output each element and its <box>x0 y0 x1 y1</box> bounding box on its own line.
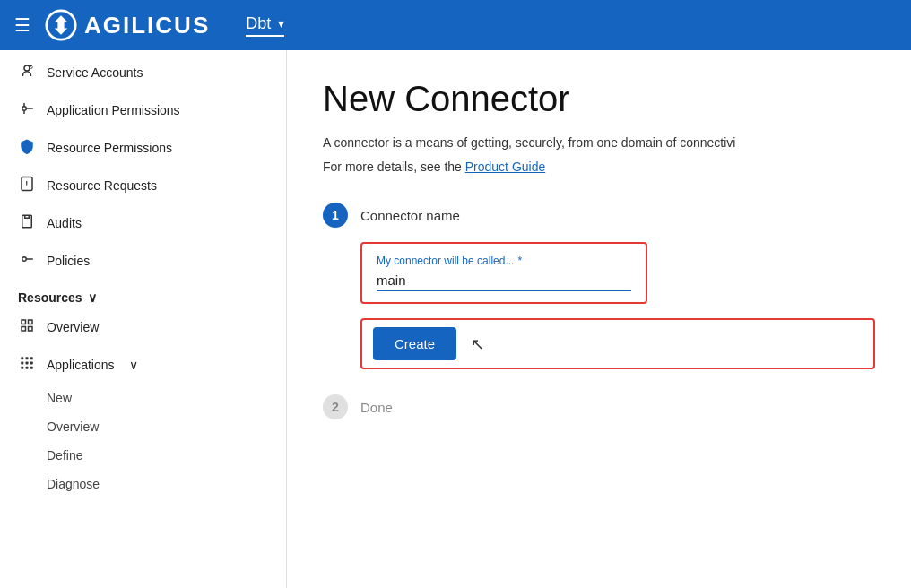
sidebar-sub-item-diagnose-label: Diagnose <box>47 477 100 491</box>
connector-name-input-box: My connector will be called... * <box>360 242 647 304</box>
logo-text: AGILICUS <box>84 12 210 39</box>
policies-icon <box>18 251 36 271</box>
product-guide-link[interactable]: Product Guide <box>465 160 546 174</box>
svg-rect-15 <box>26 367 29 369</box>
step-1-header: 1 Connector name <box>323 203 875 228</box>
sidebar-item-resource-requests-label: Resource Requests <box>47 178 157 193</box>
sidebar-sub-item-diagnose[interactable]: Diagnose <box>0 470 286 498</box>
svg-rect-14 <box>21 367 23 369</box>
sidebar-item-resource-permissions[interactable]: Resource Permissions <box>0 129 286 167</box>
connector-name-asterisk: * <box>517 255 522 267</box>
connector-name-input[interactable] <box>377 271 631 291</box>
connector-name-label: My connector will be called... * <box>377 255 631 267</box>
page-title: New Connector <box>323 79 875 119</box>
sidebar-item-policies[interactable]: Policies <box>0 242 286 280</box>
svg-rect-16 <box>30 367 33 369</box>
chevron-down-icon: ▾ <box>278 16 284 30</box>
header: ☰ AGILICUS Dbt ▾ <box>0 0 911 50</box>
sidebar-sub-item-define-label: Define <box>47 448 82 463</box>
guide-line: For more details, see the Product Guide <box>323 160 875 174</box>
logo-icon <box>45 9 77 41</box>
svg-rect-6 <box>22 215 32 228</box>
sidebar-sub-item-new-label: New <box>47 391 72 405</box>
body-layout: Service Accounts Application Permissions… <box>0 50 911 588</box>
sidebar-item-application-permissions-label: Application Permissions <box>47 103 180 117</box>
sidebar-item-service-accounts-label: Service Accounts <box>47 65 143 80</box>
applications-chevron-icon: ∨ <box>129 358 138 372</box>
tenant-dropdown-label: Dbt <box>246 14 271 33</box>
step-1-number: 1 <box>323 203 348 228</box>
hamburger-menu-icon[interactable]: ☰ <box>14 14 30 36</box>
svg-text:!: ! <box>25 179 28 188</box>
sidebar-sub-item-new[interactable]: New <box>0 384 286 412</box>
step-1-title: Connector name <box>360 208 460 223</box>
svg-point-3 <box>22 107 27 111</box>
sidebar-item-applications-label: Applications <box>47 358 115 372</box>
svg-point-7 <box>22 257 27 262</box>
sidebar-item-resource-permissions-label: Resource Permissions <box>47 141 172 155</box>
sidebar: Service Accounts Application Permissions… <box>0 50 287 588</box>
resources-section-label: Resources <box>18 290 82 305</box>
connector-name-label-text: My connector will be called... <box>377 255 514 267</box>
sidebar-item-service-accounts[interactable]: Service Accounts <box>0 54 286 91</box>
create-button[interactable]: Create <box>373 327 456 360</box>
sidebar-item-audits[interactable]: Audits <box>0 204 286 242</box>
create-button-wrapper: Create ↖ <box>360 318 875 369</box>
sidebar-item-overview[interactable]: Overview <box>0 308 286 346</box>
svg-rect-13 <box>30 362 33 365</box>
sidebar-item-audits-label: Audits <box>47 216 82 230</box>
sidebar-item-policies-label: Policies <box>47 254 90 268</box>
audits-icon <box>18 213 36 233</box>
sidebar-sub-item-define[interactable]: Define <box>0 441 286 470</box>
applications-icon <box>18 355 36 375</box>
resources-chevron-icon: ∨ <box>88 290 97 305</box>
sidebar-item-application-permissions[interactable]: Application Permissions <box>0 91 286 129</box>
svg-rect-12 <box>26 362 29 365</box>
sidebar-sub-item-overview-label: Overview <box>47 419 99 434</box>
sidebar-item-overview-label: Overview <box>47 320 99 334</box>
step-1: 1 Connector name My connector will be ca… <box>323 203 875 369</box>
overview-icon <box>18 317 36 337</box>
service-accounts-icon <box>18 63 36 82</box>
step-2-title: Done <box>360 400 393 415</box>
application-permissions-icon <box>18 100 36 120</box>
main-content: New Connector A connector is a means of … <box>287 50 911 588</box>
tenant-dropdown[interactable]: Dbt ▾ <box>246 14 284 37</box>
svg-rect-9 <box>26 357 29 359</box>
page-description: A connector is a means of getting, secur… <box>323 134 875 152</box>
step-2-number: 2 <box>323 394 348 419</box>
resource-requests-icon: ! <box>18 176 36 195</box>
logo: AGILICUS <box>45 9 210 41</box>
resources-section[interactable]: Resources ∨ <box>0 280 286 308</box>
sidebar-item-applications[interactable]: Applications ∨ <box>0 346 286 384</box>
guide-prefix: For more details, see the <box>323 160 465 174</box>
resource-permissions-icon <box>18 138 36 158</box>
svg-point-1 <box>24 65 30 71</box>
svg-rect-8 <box>21 357 23 359</box>
sidebar-item-resource-requests[interactable]: ! Resource Requests <box>0 167 286 204</box>
svg-rect-11 <box>21 362 23 365</box>
sidebar-sub-item-overview[interactable]: Overview <box>0 412 286 441</box>
cursor-icon: ↖ <box>471 334 484 354</box>
svg-rect-10 <box>30 357 33 359</box>
step-2: 2 Done <box>323 394 875 419</box>
